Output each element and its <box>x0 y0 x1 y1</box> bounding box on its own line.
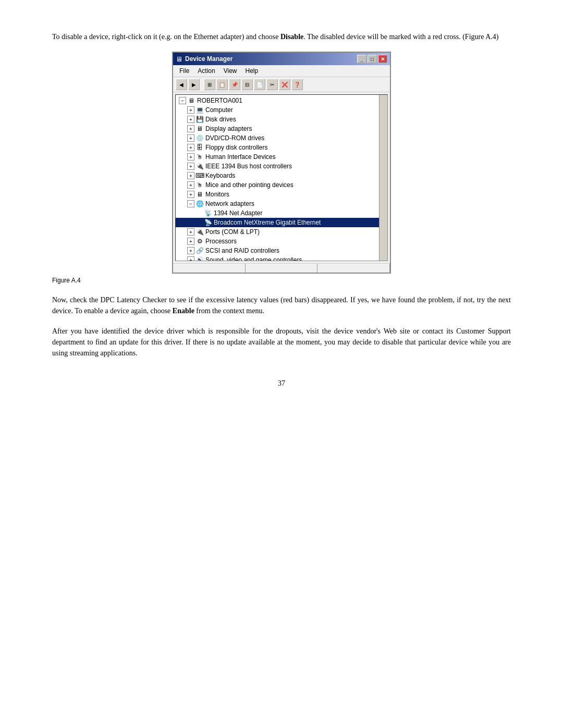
intro-text2: . The disabled device will be marked wit… <box>303 33 498 41</box>
tree-row-ports[interactable]: + 🔌 Ports (COM & LPT) <box>176 227 379 237</box>
expander-computer[interactable]: + <box>187 106 194 114</box>
scrollbar[interactable] <box>379 95 387 261</box>
icon-network: 🌐 <box>195 200 204 208</box>
expander-sound[interactable]: + <box>187 256 194 261</box>
tb-btn6[interactable]: ✂ <box>266 79 278 90</box>
intro-bold: Disable <box>280 33 303 41</box>
icon-floppy: 🗄 <box>195 143 204 152</box>
tb-btn4[interactable]: ⊟ <box>241 79 253 90</box>
icon-root: 🖥 <box>187 96 195 105</box>
tree-row-network[interactable]: − 🌐 Network adapters <box>176 199 379 208</box>
label-network: Network adapters <box>205 200 254 207</box>
label-display: Display adapters <box>205 125 252 132</box>
tb-btn1[interactable]: ⊞ <box>204 79 215 90</box>
tree-row-broadcom[interactable]: 📡 Broadcom NetXtreme Gigabit Ethernet <box>176 218 379 227</box>
tree-row-root[interactable]: − 🖥 ROBERTOA001 <box>176 96 379 105</box>
expander-ports[interactable]: + <box>187 228 194 236</box>
expander-root[interactable]: − <box>179 97 186 104</box>
label-hid: Human Interface Devices <box>205 153 276 161</box>
expander-scsi[interactable]: + <box>187 247 194 254</box>
expander-keyboard[interactable]: + <box>187 172 194 179</box>
status-pane-3 <box>317 264 390 273</box>
expander-display[interactable]: + <box>187 125 194 132</box>
tree-content: − 🖥 ROBERTOA001 + 💻 Computer + 💾 Disk dr… <box>176 95 379 261</box>
page-number: 37 <box>52 379 511 388</box>
titlebar-left: 🖥 Device Manager <box>176 55 232 63</box>
icon-sound: 🔊 <box>195 256 204 261</box>
tree-row-net1394[interactable]: 📡 1394 Net Adapter <box>176 208 379 218</box>
back-button[interactable]: ◀ <box>176 79 187 90</box>
label-sound: Sound, video and game controllers <box>205 256 302 261</box>
icon-computer: 💻 <box>195 106 204 114</box>
expander-monitors[interactable]: + <box>187 191 194 198</box>
intro-paragraph: To disable a device, right-click on it (… <box>52 31 511 42</box>
expander-hid[interactable]: + <box>187 153 194 161</box>
tree-row-dvd[interactable]: + 💿 DVD/CD-ROM drives <box>176 133 379 143</box>
icon-keyboard: ⌨ <box>195 171 204 180</box>
label-keyboard: Keyboards <box>205 172 235 179</box>
label-mice: Mice and other pointing devices <box>205 181 293 189</box>
titlebar-buttons: _ □ ✕ <box>357 55 387 63</box>
forward-button[interactable]: ▶ <box>188 79 200 90</box>
icon-hid: 🖱 <box>195 153 204 161</box>
maximize-button[interactable]: □ <box>368 55 377 63</box>
label-computer: Computer <box>205 106 233 114</box>
tree-row-processors[interactable]: + ⚙ Processors <box>176 237 379 246</box>
expander-dvd[interactable]: + <box>187 134 194 142</box>
tree-row-hid[interactable]: + 🖱 Human Interface Devices <box>176 152 379 162</box>
tree-panel[interactable]: − 🖥 ROBERTOA001 + 💻 Computer + 💾 Disk dr… <box>175 94 388 261</box>
expander-processors[interactable]: + <box>187 238 194 245</box>
icon-disk: 💾 <box>195 115 204 124</box>
tree-row-disk[interactable]: + 💾 Disk drives <box>176 115 379 124</box>
menu-help[interactable]: Help <box>241 66 263 76</box>
icon-broadcom: 📡 <box>204 218 212 227</box>
tree-row-display[interactable]: + 🖥 Display adapters <box>176 124 379 133</box>
tb-btn3[interactable]: 📌 <box>229 79 240 90</box>
label-scsi: SCSI and RAID controllers <box>205 247 279 254</box>
tree-row-sound[interactable]: + 🔊 Sound, video and game controllers <box>176 255 379 261</box>
menubar: File Action View Help <box>173 65 390 77</box>
label-disk: Disk drives <box>205 116 236 123</box>
titlebar-icon: 🖥 <box>176 55 182 63</box>
tb-btn5[interactable]: 📄 <box>254 79 265 90</box>
icon-processors: ⚙ <box>195 237 204 245</box>
tree-row-mice[interactable]: + 🖱 Mice and other pointing devices <box>176 180 379 190</box>
expander-network[interactable]: − <box>187 200 194 207</box>
menu-view[interactable]: View <box>219 66 241 76</box>
expander-floppy[interactable]: + <box>187 144 194 151</box>
statusbar <box>173 263 390 273</box>
paragraph2: Now, check the DPC Latency Checker to se… <box>52 294 511 316</box>
tree-row-floppy[interactable]: + 🗄 Floppy disk controllers <box>176 143 379 152</box>
minimize-button[interactable]: _ <box>357 55 366 63</box>
icon-ieee: 🔌 <box>195 162 204 170</box>
tree-row-keyboard[interactable]: + ⌨ Keyboards <box>176 171 379 180</box>
para2-text2: from the context menu. <box>194 307 264 315</box>
label-processors: Processors <box>205 238 237 245</box>
label-ports: Ports (COM & LPT) <box>205 228 260 236</box>
label-dvd: DVD/CD-ROM drives <box>205 134 264 142</box>
titlebar: 🖥 Device Manager _ □ ✕ <box>173 53 390 65</box>
label-floppy: Floppy disk controllers <box>205 144 267 151</box>
tb-btn7[interactable]: ❌ <box>279 79 290 90</box>
tree-row-monitors[interactable]: + 🖥 Monitors <box>176 190 379 199</box>
expander-mice[interactable]: + <box>187 181 194 189</box>
tb-btn8[interactable]: ❓ <box>291 79 303 90</box>
tree-row-computer[interactable]: + 💻 Computer <box>176 105 379 115</box>
tree-row-ieee[interactable]: + 🔌 IEEE 1394 Bus host controllers <box>176 162 379 171</box>
expander-ieee[interactable]: + <box>187 163 194 170</box>
tree-row-scsi[interactable]: + 🔗 SCSI and RAID controllers <box>176 246 379 255</box>
status-pane-1 <box>173 264 246 273</box>
icon-ports: 🔌 <box>195 228 204 236</box>
label-root: ROBERTOA001 <box>197 97 242 104</box>
menu-action[interactable]: Action <box>193 66 219 76</box>
icon-monitors: 🖥 <box>195 190 204 199</box>
tb-btn2[interactable]: 📋 <box>216 79 228 90</box>
icon-display: 🖥 <box>195 125 204 133</box>
menu-file[interactable]: File <box>175 66 193 76</box>
expander-disk[interactable]: + <box>187 116 194 123</box>
titlebar-title: Device Manager <box>185 55 232 63</box>
para2-bold: Enable <box>173 307 194 315</box>
close-button[interactable]: ✕ <box>378 55 387 63</box>
status-pane-2 <box>246 264 318 273</box>
icon-scsi: 🔗 <box>195 246 204 255</box>
